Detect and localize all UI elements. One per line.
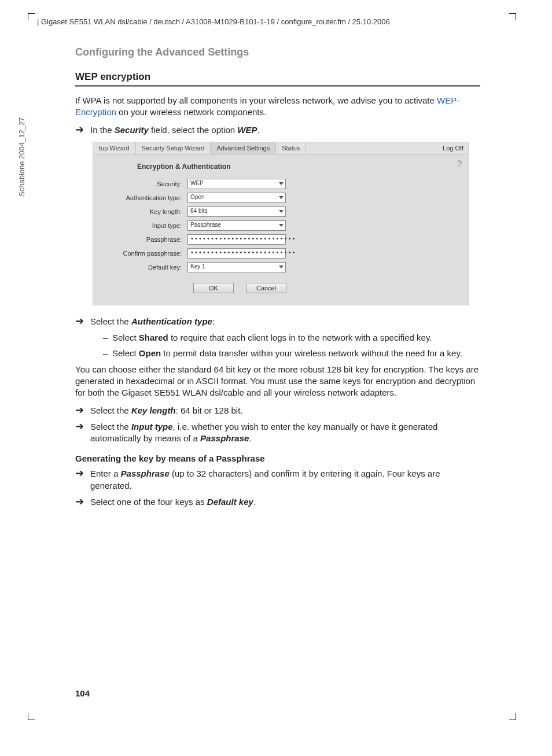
security-select[interactable]: WEP (187, 179, 286, 189)
crop-mark (28, 713, 35, 720)
text: If WPA is not supported by all component… (75, 95, 437, 105)
sub-heading: Generating the key by means of a Passphr… (75, 453, 480, 463)
arrow-icon: ➔ (75, 405, 90, 416)
cancel-button[interactable]: Cancel (246, 283, 286, 293)
sub-step: – Select Open to permit data transfer wi… (103, 348, 480, 359)
template-stamp: Schablone 2004_12_27 (17, 117, 26, 197)
text: on your wireless network components. (116, 107, 266, 117)
defaultkey-select[interactable]: Key 1 (187, 262, 286, 272)
keylen-select[interactable]: 64 bits (187, 206, 286, 217)
sub-step: – Select Shared to require that each cli… (103, 332, 480, 344)
tab-bar: tup Wizard Security Setup Wizard Advance… (93, 142, 468, 154)
section-title: WEP encryption (75, 71, 480, 83)
step-text: In the Security field, select the option… (90, 124, 480, 136)
router-ui-screenshot: tup Wizard Security Setup Wizard Advance… (93, 142, 469, 305)
confirm-label: Confirm passphrase: (104, 250, 187, 257)
crop-mark (28, 13, 35, 20)
crop-mark (509, 13, 516, 20)
passphrase-input[interactable]: •••••••••••••••••••••••••• (187, 234, 286, 245)
tab-setup-wizard[interactable]: tup Wizard (93, 142, 136, 154)
step-text: Enter a Passphrase (up to 32 characters)… (90, 468, 480, 492)
arrow-icon: ➔ (75, 124, 90, 136)
confirm-input[interactable]: •••••••••••••••••••••••••• (187, 248, 286, 259)
arrow-icon: ➔ (75, 468, 90, 492)
arrow-icon: ➔ (75, 496, 90, 508)
step-text: Select the Key length: 64 bit or 128 bit… (90, 405, 480, 416)
step-text: Select the Authentication type: (90, 316, 480, 327)
page-number: 104 (75, 688, 90, 698)
body-paragraph: You can choose either the standard 64 bi… (75, 364, 480, 399)
keylen-label: Key length: (104, 208, 187, 215)
step-item: ➔ Select the Input type, i.e. whether yo… (75, 421, 480, 445)
running-header: | Gigaset SE551 WLAN dsl/cable / deutsch… (37, 17, 390, 26)
defaultkey-label: Default key: (104, 264, 187, 271)
step-item: ➔ In the Security field, select the opti… (75, 124, 480, 136)
step-text: Select one of the four keys as Default k… (90, 496, 480, 508)
wep-link[interactable]: WEP (437, 95, 457, 105)
tab-status[interactable]: Status (276, 142, 306, 154)
step-item: ➔ Enter a Passphrase (up to 32 character… (75, 468, 480, 492)
chapter-title: Configuring the Advanced Settings (75, 46, 480, 58)
ok-button[interactable]: OK (193, 283, 234, 293)
auth-label: Authentication type: (104, 194, 187, 201)
security-label: Security: (104, 180, 187, 187)
step-item: ➔ Select the Authentication type: (75, 316, 480, 327)
inputtype-select[interactable]: Passphrase (187, 220, 286, 231)
tab-security-wizard[interactable]: Security Setup Wizard (136, 142, 211, 154)
arrow-icon: ➔ (75, 421, 90, 445)
step-text: Select the Input type, i.e. whether you … (90, 421, 480, 445)
help-icon[interactable]: ? (457, 159, 462, 169)
auth-select[interactable]: Open (187, 193, 286, 203)
arrow-icon: ➔ (75, 316, 90, 327)
panel-heading: Encryption & Authentication (137, 163, 458, 171)
logoff-link[interactable]: Log Off (438, 142, 468, 154)
step-item: ➔ Select the Key length: 64 bit or 128 b… (75, 405, 480, 416)
crop-mark (509, 713, 516, 720)
passphrase-label: Passphrase: (104, 236, 187, 243)
inputtype-label: Input type: (104, 222, 187, 229)
tab-advanced-settings[interactable]: Advanced Settings (211, 142, 276, 154)
section-rule (75, 85, 480, 87)
intro-paragraph: If WPA is not supported by all component… (75, 95, 480, 119)
step-item: ➔ Select one of the four keys as Default… (75, 496, 480, 508)
